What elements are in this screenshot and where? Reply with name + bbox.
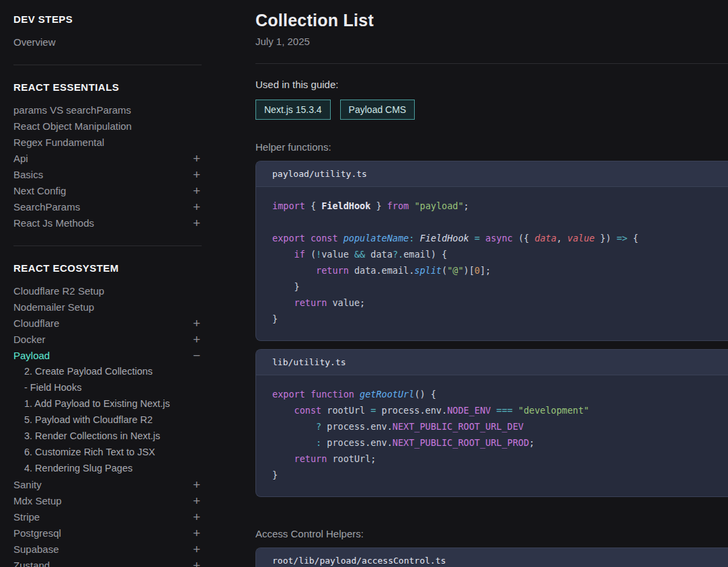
sidebar-item-label: Cloudflare R2 Setup: [13, 285, 104, 297]
sidebar-item-zustand[interactable]: Zustand+: [13, 557, 202, 567]
sidebar-item-next-config[interactable]: Next Config+: [13, 182, 202, 198]
code-block: payload/utility.tsimport { FieldHook } f…: [255, 161, 728, 341]
badge-list: Next.js 15.3.4Payload CMS: [255, 100, 728, 120]
app: DEV STEPSOverviewREACT ESSENTIALSparams …: [0, 0, 728, 567]
code-line: }: [272, 467, 712, 483]
sidebar-item-label: params VS searchParams: [13, 104, 131, 116]
sidebar-item-stripe[interactable]: Stripe+: [13, 508, 202, 525]
code-block: lib/utility.tsexport function getRootUrl…: [255, 349, 728, 497]
code-filename: lib/utility.ts: [256, 350, 728, 375]
expand-icon[interactable]: +: [193, 217, 200, 229]
sidebar-item-searchparams[interactable]: SearchParams+: [13, 198, 202, 215]
code-line: return value;: [272, 295, 712, 311]
code-block-slot: root/lib/payload/accessControl.tsimport …: [255, 547, 728, 567]
sidebar-item-supabase[interactable]: Supabase+: [13, 541, 202, 557]
sidebar-subitem-6-customize-rich-text-to-jsx[interactable]: 6. Customize Rich Text to JSX: [13, 444, 202, 460]
sidebar-item-basics[interactable]: Basics+: [13, 166, 202, 182]
section-divider: [13, 245, 202, 246]
code-line: : process.env.NEXT_PUBLIC_ROOT_URL_PROD;: [272, 434, 712, 451]
page-title: Collection List: [255, 11, 728, 30]
expand-icon[interactable]: +: [193, 527, 200, 539]
expand-icon[interactable]: +: [193, 559, 200, 567]
sidebar-item-cloudflare-r2-setup[interactable]: Cloudflare R2 Setup: [13, 282, 202, 299]
code-line: return rootUrl;: [272, 451, 712, 467]
expand-icon[interactable]: +: [193, 494, 200, 507]
sidebar-item-label: SearchParams: [13, 201, 80, 213]
code-line: export function getRootUrl() {: [272, 386, 712, 402]
code-line: return data.email.split("@")[0];: [272, 262, 712, 278]
collapse-icon[interactable]: −: [193, 349, 200, 362]
code-body: export function getRootUrl() { const roo…: [256, 375, 728, 496]
sidebar-item-label: Supabase: [13, 543, 59, 555]
sidebar-section-title: DEV STEPS: [13, 13, 202, 25]
code-line: [272, 214, 712, 230]
code-block-slot: lib/utility.tsexport function getRootUrl…: [255, 349, 728, 497]
expand-icon[interactable]: +: [193, 333, 200, 346]
sidebar-subitem-field-hooks[interactable]: - Field Hooks: [13, 379, 202, 395]
sidebar-item-nodemailer-setup[interactable]: Nodemailer Setup: [13, 299, 202, 315]
sidebar-item-overview[interactable]: Overview: [13, 34, 202, 50]
expand-icon[interactable]: +: [193, 317, 200, 330]
sidebar-item-cloudflare[interactable]: Cloudflare+: [13, 315, 202, 331]
code-filename: payload/utility.ts: [256, 161, 728, 187]
expand-icon[interactable]: +: [193, 478, 200, 491]
sidebar-item-api[interactable]: Api+: [13, 150, 202, 166]
sidebar-item-payload[interactable]: Payload−: [13, 347, 202, 363]
sidebar-item-label: Stripe: [13, 511, 40, 523]
sidebar-item-label: Overview: [13, 36, 56, 48]
sidebar-item-label: React Js Methods: [13, 217, 94, 229]
sidebar-item-regex-fundamental[interactable]: Regex Fundamental: [13, 134, 202, 150]
badge-next-js-15-3-4: Next.js 15.3.4: [255, 100, 331, 120]
sidebar-nav: DEV STEPSOverviewREACT ESSENTIALSparams …: [13, 13, 202, 567]
expand-icon[interactable]: +: [193, 168, 200, 181]
sidebar-item-label: Next Config: [13, 185, 66, 196]
badge-payload-cms: Payload CMS: [340, 100, 415, 120]
sidebar-item-label: Nodemailer Setup: [13, 301, 94, 313]
code-line: const rootUrl = process.env.NODE_ENV ===…: [272, 402, 712, 418]
sidebar-item-params-vs-searchparams[interactable]: params VS searchParams: [13, 102, 202, 118]
code-filename: root/lib/payload/accessControl.ts: [256, 548, 728, 567]
sidebar-item-label: Zustand: [13, 560, 50, 567]
access-control-label: Access Control Helpers:: [255, 528, 728, 539]
expand-icon[interactable]: +: [193, 543, 200, 556]
sidebar-subitem-5-payload-with-cloudflare-r2[interactable]: 5. Payload with Cloudflare R2: [13, 412, 202, 428]
sidebar-item-label: Cloudflare: [13, 317, 59, 329]
sidebar-section-title: REACT ECOSYSTEM: [13, 262, 202, 274]
helper-functions-label: Helper functions:: [255, 141, 728, 153]
sidebar-item-label: Regex Fundamental: [13, 137, 104, 148]
sidebar-subitem-3-render-collections-in-next-js[interactable]: 3. Render Collections in Next.js: [13, 428, 202, 444]
sidebar-item-label: React Object Manipulation: [13, 120, 132, 132]
sidebar-item-mdx-setup[interactable]: Mdx Setup+: [13, 492, 202, 508]
sidebar-item-react-js-methods[interactable]: React Js Methods+: [13, 215, 202, 231]
sidebar-item-sanity[interactable]: Sanity+: [13, 476, 202, 492]
code-line: ? process.env.NEXT_PUBLIC_ROOT_URL_DEV: [272, 418, 712, 434]
expand-icon[interactable]: +: [193, 200, 200, 213]
sidebar-section-title: REACT ESSENTIALS: [13, 81, 202, 93]
code-line: }: [272, 278, 712, 295]
sidebar-item-label: Api: [13, 153, 28, 164]
sidebar-item-docker[interactable]: Docker+: [13, 331, 202, 347]
main-content: Collection List July 1, 2025 Used in thi…: [202, 0, 728, 567]
sidebar-item-label: Mdx Setup: [13, 495, 62, 506]
page-date: July 1, 2025: [255, 36, 728, 47]
expand-icon[interactable]: +: [193, 511, 200, 523]
code-line: export const populateName: FieldHook = a…: [272, 230, 712, 246]
sidebar-item-label: Sanity: [13, 479, 42, 490]
sidebar-subitem-1-add-payload-to-existing-next-js[interactable]: 1. Add Payload to Existing Next.js: [13, 395, 202, 412]
code-body: import { FieldHook } from "payload"; exp…: [256, 187, 728, 340]
sidebar-item-postgresql[interactable]: Postgresql+: [13, 525, 202, 541]
expand-icon[interactable]: +: [193, 152, 200, 165]
code-line: if (!value && data?.email) {: [272, 246, 712, 262]
code-block-slot: payload/utility.tsimport { FieldHook } f…: [255, 161, 728, 341]
sidebar-subitem-2-create-payload-collections[interactable]: 2. Create Payload Collections: [13, 363, 202, 379]
header-divider: [255, 63, 728, 64]
sidebar-item-react-object-manipulation[interactable]: React Object Manipulation: [13, 118, 202, 134]
sidebar-subitem-4-rendering-slug-pages[interactable]: 4. Rendering Slug Pages: [13, 460, 202, 476]
code-block: root/lib/payload/accessControl.tsimport …: [255, 547, 728, 567]
sidebar-item-label: Basics: [13, 169, 43, 180]
sidebar-item-label: Payload: [13, 350, 50, 361]
code-line: }: [272, 311, 712, 327]
expand-icon[interactable]: +: [193, 184, 200, 197]
sidebar-item-label: Docker: [13, 334, 46, 345]
used-in-guide-label: Used in this guide:: [255, 79, 728, 90]
